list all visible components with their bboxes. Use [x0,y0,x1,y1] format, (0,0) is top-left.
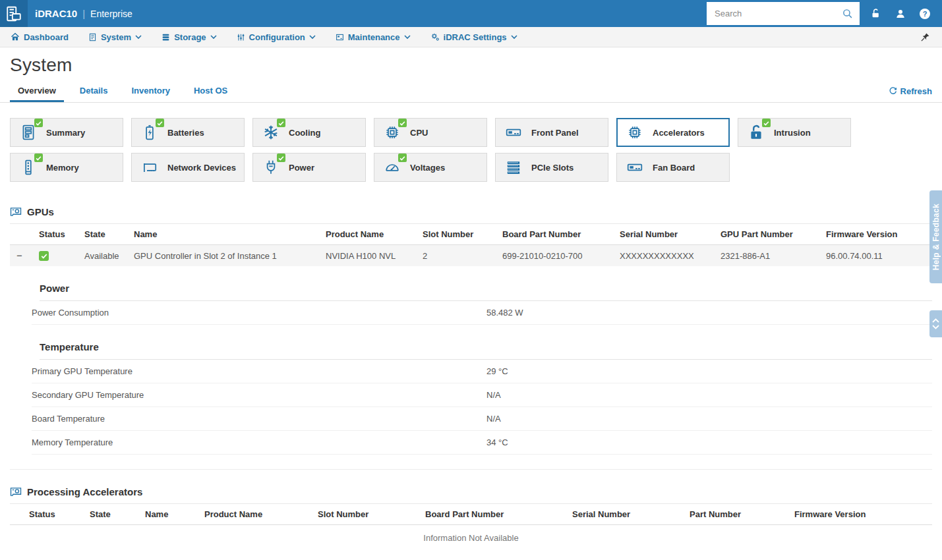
nav-item-system[interactable]: System [88,32,142,42]
check-badge [277,119,285,127]
status-ok-icon [39,251,49,261]
power-section-heading: Power [40,283,932,301]
processing-accelerators-title: Processing Accelerators [27,486,142,497]
tile-voltages[interactable]: Voltages [374,153,487,182]
tile-batteries[interactable]: Batteries [131,118,245,147]
maintenance-icon [336,33,344,42]
panel-icon [505,124,522,141]
chevron-down-icon [210,35,217,40]
check-badge [398,119,407,127]
tile-network-devices[interactable]: Network Devices [131,153,245,182]
gpu-table-row[interactable]: − Available GPU Controller in Slot 2 of … [10,245,932,267]
tile-label: Memory [46,163,79,173]
refresh-icon [889,87,897,96]
gpu-serial-number: XXXXXXXXXXXXX [613,245,714,267]
tile-fan-board[interactable]: Fan Board [616,153,730,182]
tile-cpu[interactable]: CPU [374,118,487,147]
nav-item-configuration[interactable]: Configuration [237,32,316,42]
chip-icon [626,124,643,141]
tile-summary[interactable]: Summary [10,118,123,147]
gpu-board-part-number: 699-21010-0210-700 [496,245,613,267]
scroll-tab[interactable] [929,310,942,337]
check-badge [762,119,771,127]
col-board-part-number: Board Part Number [496,224,613,245]
nav-label: Storage [174,32,206,42]
check-badge [277,154,285,162]
tile-label: Voltages [410,163,445,173]
collapse-row-button[interactable]: − [16,250,22,261]
nav-item-storage[interactable]: Storage [162,32,216,42]
gpu-card-icon [10,487,22,497]
tab-overview[interactable]: Overview [10,80,64,102]
col-product-name: Product Name [198,504,311,525]
detail-row-board-temperature: Board Temperature N/A [32,407,932,431]
gpu-card-icon [10,207,22,217]
detail-row-secondary-gpu-temperature: Secondary GPU Temperature N/A [32,383,932,407]
gpus-title: GPUs [27,206,54,217]
processing-accelerators-table: Status State Name Product Name Slot Numb… [10,503,932,551]
tile-label: Fan Board [653,163,695,173]
tile-label: PCIe Slots [531,163,574,173]
tab-inventory[interactable]: Inventory [123,80,178,102]
search-icon[interactable] [842,8,853,19]
brand-name: iDRAC10 [35,8,77,19]
gpus-header-row: Status State Name Product Name Slot Numb… [10,224,932,245]
refresh-label: Refresh [900,86,932,96]
tile-memory[interactable]: Memory [10,153,123,182]
nav-label: System [101,32,131,42]
search-box[interactable] [707,2,860,25]
col-state: State [83,504,138,525]
check-badge [398,154,407,162]
system-icon [88,33,97,42]
tile-power[interactable]: Power [252,153,366,182]
detail-label: Primary GPU Temperature [32,366,486,376]
col-board-part-number: Board Part Number [419,504,566,525]
col-gpu-part-number: GPU Part Number [714,224,819,245]
unlock-icon[interactable] [870,8,881,19]
gpu-state: Available [78,245,127,267]
pa-header-row: Status State Name Product Name Slot Numb… [10,504,932,525]
tab-details[interactable]: Details [72,80,116,102]
temperature-section-heading: Temperature [40,341,932,360]
nav-item-idrac-settings[interactable]: iDRAC Settings [430,32,517,42]
tile-front-panel[interactable]: Front Panel [495,118,608,147]
scroll-up-icon[interactable] [932,318,939,323]
help-feedback-tab[interactable]: Help & Feedback [929,190,942,283]
chevron-down-icon [404,35,411,40]
empty-message: Information Not Available [10,525,932,551]
refresh-button[interactable]: Refresh [889,86,932,102]
nav-item-maintenance[interactable]: Maintenance [336,32,411,42]
col-status: Status [10,504,83,525]
health-tiles: Summary Batteries [0,103,867,190]
help-icon[interactable]: ? [920,9,930,19]
home-icon [11,32,20,42]
idrac-logo[interactable] [0,0,28,27]
tile-label: Network Devices [167,163,236,173]
check-badge [34,119,43,127]
detail-label: Secondary GPU Temperature [32,390,486,400]
gpu-firmware-version: 96.00.74.00.11 [819,245,932,267]
scroll-down-icon[interactable] [932,325,939,329]
panel-icon [626,159,643,176]
tile-cooling[interactable]: Cooling [252,118,366,147]
nav-item-dashboard[interactable]: Dashboard [11,32,69,42]
tile-pcie-slots[interactable]: PCIe Slots [495,153,608,182]
gpu-product-name: NVIDIA H100 NVL [319,245,416,267]
tab-host-os[interactable]: Host OS [186,80,235,102]
pin-icon[interactable] [920,32,930,42]
tab-bar: Overview Details Inventory Host OS Refre… [0,80,942,103]
tile-label: Cooling [289,128,320,138]
detail-label: Memory Temperature [32,437,486,447]
check-badge [34,154,43,162]
tile-intrusion[interactable]: Intrusion [738,118,851,147]
col-product-name: Product Name [319,224,416,245]
tile-accelerators[interactable]: Accelerators [616,118,730,147]
nav-label: Maintenance [348,32,400,42]
tile-label: Intrusion [774,128,811,138]
user-icon[interactable] [895,9,906,19]
gear-icon [430,32,440,42]
configuration-icon [237,33,245,42]
tile-label: Summary [46,128,85,138]
processing-accelerators-section: Processing Accelerators Status State Nam… [0,486,942,551]
search-input[interactable] [713,8,842,19]
